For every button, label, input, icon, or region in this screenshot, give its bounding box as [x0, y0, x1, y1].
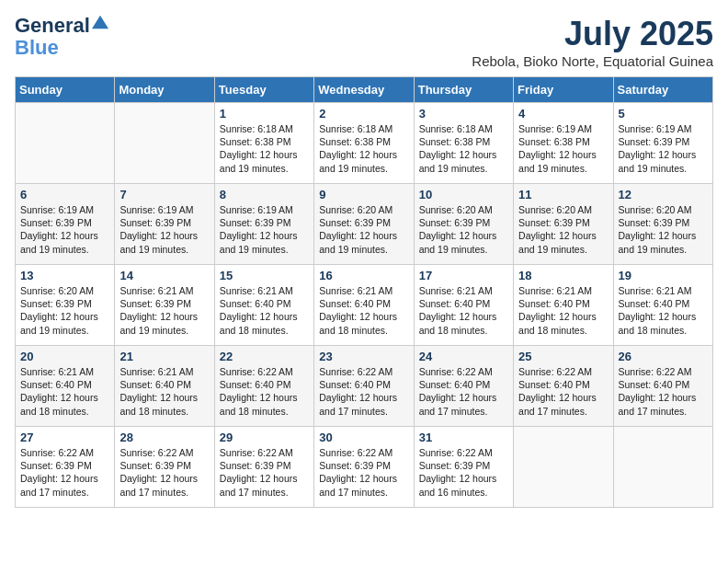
day-header-friday: Friday	[514, 77, 613, 103]
day-number: 23	[319, 350, 408, 363]
logo-icon	[92, 14, 108, 30]
day-number: 13	[20, 269, 109, 282]
calendar-cell: 15Sunrise: 6:21 AM Sunset: 6:40 PM Dayli…	[214, 265, 313, 346]
week-row-5: 27Sunrise: 6:22 AM Sunset: 6:39 PM Dayli…	[16, 427, 713, 508]
day-info: Sunrise: 6:20 AM Sunset: 6:39 PM Dayligh…	[518, 203, 608, 256]
day-info: Sunrise: 6:21 AM Sunset: 6:40 PM Dayligh…	[119, 365, 209, 418]
calendar-cell: 31Sunrise: 6:22 AM Sunset: 6:39 PM Dayli…	[414, 427, 513, 508]
page-header: General Blue July 2025 Rebola, Bioko Nor…	[15, 15, 713, 69]
day-number: 1	[220, 107, 309, 121]
day-info: Sunrise: 6:22 AM Sunset: 6:40 PM Dayligh…	[619, 365, 708, 418]
calendar-cell: 20Sunrise: 6:21 AM Sunset: 6:40 PM Dayli…	[16, 346, 115, 427]
day-info: Sunrise: 6:19 AM Sunset: 6:38 PM Dayligh…	[518, 122, 608, 175]
day-header-sunday: Sunday	[16, 77, 115, 103]
calendar-cell: 23Sunrise: 6:22 AM Sunset: 6:40 PM Dayli…	[314, 346, 414, 427]
calendar-cell: 14Sunrise: 6:21 AM Sunset: 6:39 PM Dayli…	[115, 265, 214, 346]
day-info: Sunrise: 6:22 AM Sunset: 6:40 PM Dayligh…	[518, 365, 608, 418]
calendar-cell: 18Sunrise: 6:21 AM Sunset: 6:40 PM Dayli…	[514, 265, 613, 346]
calendar-cell: 10Sunrise: 6:20 AM Sunset: 6:39 PM Dayli…	[414, 184, 513, 265]
svg-marker-0	[92, 16, 108, 29]
calendar-cell: 17Sunrise: 6:21 AM Sunset: 6:40 PM Dayli…	[414, 265, 513, 346]
day-info: Sunrise: 6:21 AM Sunset: 6:40 PM Dayligh…	[319, 284, 408, 337]
calendar-cell	[16, 103, 115, 184]
day-info: Sunrise: 6:20 AM Sunset: 6:39 PM Dayligh…	[319, 203, 408, 256]
calendar-cell	[613, 427, 712, 508]
day-number: 3	[419, 107, 508, 121]
day-number: 16	[319, 269, 408, 282]
day-info: Sunrise: 6:22 AM Sunset: 6:40 PM Dayligh…	[220, 365, 309, 418]
day-info: Sunrise: 6:20 AM Sunset: 6:39 PM Dayligh…	[20, 284, 109, 337]
day-header-monday: Monday	[115, 77, 214, 103]
day-info: Sunrise: 6:21 AM Sunset: 6:40 PM Dayligh…	[220, 284, 309, 337]
calendar-cell: 27Sunrise: 6:22 AM Sunset: 6:39 PM Dayli…	[16, 427, 115, 508]
calendar-cell: 22Sunrise: 6:22 AM Sunset: 6:40 PM Dayli…	[214, 346, 313, 427]
day-number: 11	[518, 188, 608, 201]
day-info: Sunrise: 6:21 AM Sunset: 6:39 PM Dayligh…	[119, 284, 209, 337]
day-number: 9	[319, 188, 408, 201]
logo: General Blue	[15, 15, 108, 59]
day-header-thursday: Thursday	[414, 77, 513, 103]
day-info: Sunrise: 6:22 AM Sunset: 6:39 PM Dayligh…	[319, 446, 408, 499]
week-row-4: 20Sunrise: 6:21 AM Sunset: 6:40 PM Dayli…	[16, 346, 713, 427]
location: Rebola, Bioko Norte, Equatorial Guinea	[472, 53, 713, 69]
day-number: 15	[220, 269, 309, 282]
day-number: 7	[119, 188, 209, 201]
day-number: 5	[619, 107, 708, 121]
day-number: 26	[619, 350, 708, 363]
calendar-cell	[514, 427, 613, 508]
day-info: Sunrise: 6:21 AM Sunset: 6:40 PM Dayligh…	[619, 284, 708, 337]
day-number: 24	[419, 350, 508, 363]
day-info: Sunrise: 6:22 AM Sunset: 6:39 PM Dayligh…	[119, 446, 209, 499]
calendar-cell: 6Sunrise: 6:19 AM Sunset: 6:39 PM Daylig…	[16, 184, 115, 265]
week-row-2: 6Sunrise: 6:19 AM Sunset: 6:39 PM Daylig…	[16, 184, 713, 265]
day-number: 10	[419, 188, 508, 201]
calendar-cell: 28Sunrise: 6:22 AM Sunset: 6:39 PM Dayli…	[115, 427, 214, 508]
calendar-cell: 26Sunrise: 6:22 AM Sunset: 6:40 PM Dayli…	[613, 346, 712, 427]
day-number: 27	[20, 431, 109, 444]
calendar-cell: 24Sunrise: 6:22 AM Sunset: 6:40 PM Dayli…	[414, 346, 513, 427]
day-number: 18	[518, 269, 608, 282]
day-info: Sunrise: 6:21 AM Sunset: 6:40 PM Dayligh…	[20, 365, 109, 418]
day-header-wednesday: Wednesday	[314, 77, 414, 103]
day-number: 2	[319, 107, 408, 121]
calendar-cell	[115, 103, 214, 184]
day-info: Sunrise: 6:18 AM Sunset: 6:38 PM Dayligh…	[319, 122, 408, 175]
day-number: 29	[220, 431, 309, 444]
day-number: 17	[419, 269, 508, 282]
day-number: 20	[20, 350, 109, 363]
calendar-cell: 5Sunrise: 6:19 AM Sunset: 6:39 PM Daylig…	[613, 103, 712, 184]
day-number: 28	[119, 431, 209, 444]
calendar-header-row: SundayMondayTuesdayWednesdayThursdayFrid…	[16, 77, 713, 103]
day-info: Sunrise: 6:19 AM Sunset: 6:39 PM Dayligh…	[220, 203, 309, 256]
day-header-saturday: Saturday	[613, 77, 712, 103]
day-info: Sunrise: 6:21 AM Sunset: 6:40 PM Dayligh…	[518, 284, 608, 337]
calendar-cell: 4Sunrise: 6:19 AM Sunset: 6:38 PM Daylig…	[514, 103, 613, 184]
calendar-cell: 25Sunrise: 6:22 AM Sunset: 6:40 PM Dayli…	[514, 346, 613, 427]
logo-text: General	[15, 15, 90, 37]
calendar-table: SundayMondayTuesdayWednesdayThursdayFrid…	[15, 76, 713, 508]
calendar-cell: 11Sunrise: 6:20 AM Sunset: 6:39 PM Dayli…	[514, 184, 613, 265]
day-info: Sunrise: 6:19 AM Sunset: 6:39 PM Dayligh…	[119, 203, 209, 256]
day-info: Sunrise: 6:18 AM Sunset: 6:38 PM Dayligh…	[419, 122, 508, 175]
week-row-3: 13Sunrise: 6:20 AM Sunset: 6:39 PM Dayli…	[16, 265, 713, 346]
day-number: 4	[518, 107, 608, 121]
day-info: Sunrise: 6:20 AM Sunset: 6:39 PM Dayligh…	[619, 203, 708, 256]
day-info: Sunrise: 6:20 AM Sunset: 6:39 PM Dayligh…	[419, 203, 508, 256]
week-row-1: 1Sunrise: 6:18 AM Sunset: 6:38 PM Daylig…	[16, 103, 713, 184]
calendar-cell: 13Sunrise: 6:20 AM Sunset: 6:39 PM Dayli…	[16, 265, 115, 346]
day-info: Sunrise: 6:22 AM Sunset: 6:39 PM Dayligh…	[220, 446, 309, 499]
calendar-cell: 30Sunrise: 6:22 AM Sunset: 6:39 PM Dayli…	[314, 427, 414, 508]
day-number: 14	[119, 269, 209, 282]
month-year: July 2025	[472, 15, 713, 53]
calendar-cell: 29Sunrise: 6:22 AM Sunset: 6:39 PM Dayli…	[214, 427, 313, 508]
day-number: 19	[619, 269, 708, 282]
day-number: 8	[220, 188, 309, 201]
day-number: 31	[419, 431, 508, 444]
calendar-cell: 3Sunrise: 6:18 AM Sunset: 6:38 PM Daylig…	[414, 103, 513, 184]
calendar-cell: 12Sunrise: 6:20 AM Sunset: 6:39 PM Dayli…	[613, 184, 712, 265]
day-number: 21	[119, 350, 209, 363]
day-number: 30	[319, 431, 408, 444]
calendar-cell: 19Sunrise: 6:21 AM Sunset: 6:40 PM Dayli…	[613, 265, 712, 346]
day-header-tuesday: Tuesday	[214, 77, 313, 103]
calendar-cell: 8Sunrise: 6:19 AM Sunset: 6:39 PM Daylig…	[214, 184, 313, 265]
